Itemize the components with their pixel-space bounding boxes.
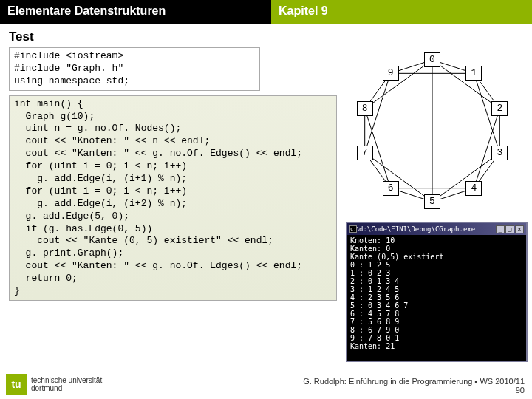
graph-node-5: 5 [424, 194, 440, 209]
console-line: 6 : 4 5 7 8 [350, 310, 523, 318]
footer-page-number: 90 [303, 386, 525, 395]
console-line: 1 : 0 2 3 [350, 269, 523, 277]
footer-logo: tu technische universität dortmund [6, 374, 102, 395]
console-line: Kanten: 0 [350, 245, 523, 253]
graph-diagram: 0123456789 [342, 44, 523, 218]
graph-node-8: 8 [357, 101, 373, 116]
header-title-left: Elementare Datenstrukturen [0, 0, 271, 24]
close-icon[interactable]: × [515, 225, 524, 233]
university-name-1: technische universität [31, 376, 102, 384]
header: Elementare Datenstrukturen Kapitel 9 [0, 0, 532, 24]
console-line: 8 : 6 7 9 0 [350, 326, 523, 334]
console-line: 9 : 7 8 0 1 [350, 334, 523, 342]
console-body: Knoten: 10Kanten: 0Kante (0,5) existiert… [347, 235, 526, 352]
console-icon: c:\ [349, 225, 357, 233]
graph-node-1: 1 [466, 66, 482, 81]
footer-credit: G. Rudolph: Einführung in die Programmie… [303, 377, 525, 395]
graph-node-9: 9 [383, 66, 399, 81]
console-line: 7 : 5 6 8 9 [350, 318, 523, 326]
graph-node-7: 7 [357, 146, 373, 160]
university-name-2: dortmund [31, 384, 102, 392]
console-window: c:\ d:\Code\EINI\Debug\CGraph.exe _ □ × … [346, 222, 528, 362]
section-title: Test [9, 30, 532, 44]
console-line: 5 : 0 3 4 6 7 [350, 301, 523, 310]
graph-node-0: 0 [424, 52, 440, 67]
graph-node-6: 6 [383, 181, 399, 196]
minimize-icon[interactable]: _ [496, 225, 505, 233]
console-line: 0 : 1 2 5 [350, 261, 523, 269]
console-titlebar: c:\ d:\Code\EINI\Debug\CGraph.exe _ □ × [347, 223, 526, 235]
console-line: 3 : 1 2 4 5 [350, 285, 523, 293]
console-line: 4 : 2 3 5 6 [350, 293, 523, 301]
tu-logo-icon: tu [6, 374, 27, 395]
graph-edges [342, 44, 523, 218]
console-line: Kante (0,5) existiert [350, 253, 523, 261]
code-block-main: int main() { Graph g(10); uint n = g. no… [9, 95, 337, 301]
header-title-right: Kapitel 9 [271, 0, 532, 24]
code-block-includes: #include <iostream> #include "Graph. h" … [9, 47, 260, 91]
footer-line1: G. Rudolph: Einführung in die Programmie… [303, 377, 525, 386]
console-line: Kanten: 21 [350, 342, 523, 350]
maximize-icon[interactable]: □ [505, 225, 514, 233]
console-title-text: d:\Code\EINI\Debug\CGraph.exe [359, 225, 475, 233]
console-line: Knoten: 10 [350, 236, 523, 245]
graph-node-4: 4 [466, 181, 482, 196]
graph-node-2: 2 [491, 101, 508, 116]
console-line: 2 : 0 1 3 4 [350, 277, 523, 285]
graph-node-3: 3 [491, 146, 508, 160]
